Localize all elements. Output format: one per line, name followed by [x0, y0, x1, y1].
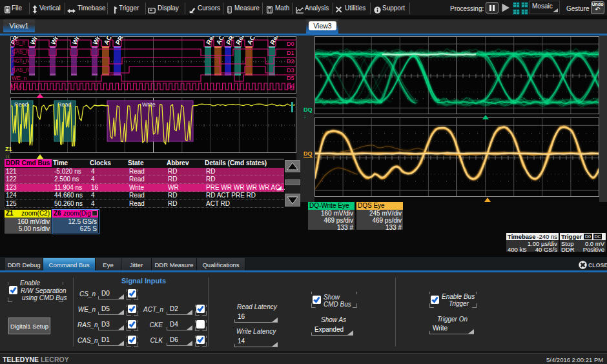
- svg-text:CS_n: CS_n: [12, 39, 26, 46]
- svg-text:CLK: CLK: [12, 83, 23, 90]
- svg-text:D5: D5: [287, 75, 294, 81]
- svg-text:D0: D0: [287, 41, 294, 47]
- svg-text:D3: D3: [287, 67, 294, 74]
- svg-text:Wr: Wr: [71, 36, 81, 46]
- svg-text:PR: PR: [114, 36, 125, 46]
- svg-text:Rea: Rea: [269, 36, 281, 46]
- svg-text:AC: AC: [103, 36, 113, 46]
- svg-text:D6: D6: [287, 83, 294, 90]
- svg-text:D1: D1: [287, 50, 294, 56]
- svg-text:Wr: Wr: [50, 36, 60, 46]
- svg-text:CAS_n: CAS_n: [12, 48, 29, 55]
- svg-text:ACT_n: ACT_n: [12, 57, 29, 64]
- svg-text:D2: D2: [287, 58, 294, 65]
- svg-text:WE_n: WE_n: [12, 75, 26, 81]
- svg-text:Wr: Wr: [29, 36, 39, 46]
- svg-text:Wr: Wr: [92, 36, 102, 46]
- svg-text:RAS_n: RAS_n: [12, 66, 29, 73]
- svg-text:AC: AC: [246, 36, 256, 46]
